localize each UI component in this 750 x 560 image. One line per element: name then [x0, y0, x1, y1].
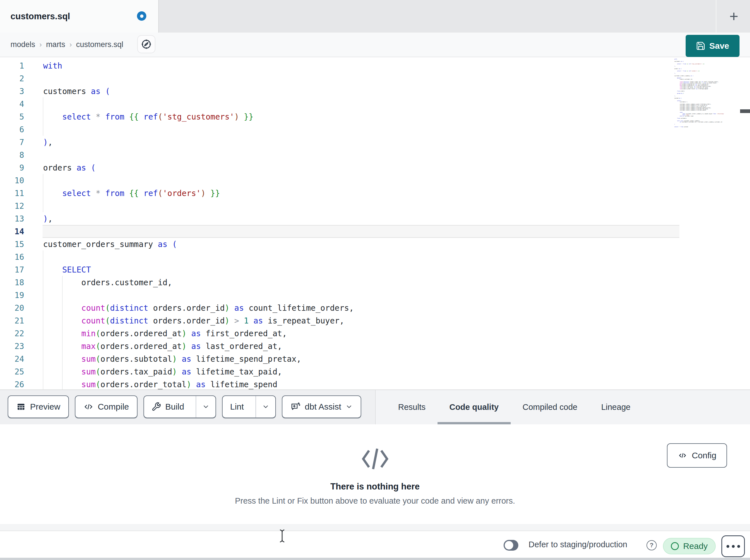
- code-line[interactable]: [43, 98, 354, 110]
- save-icon: [696, 41, 706, 51]
- breadcrumb: models › marts › customers.sql: [11, 33, 123, 57]
- editor-toolbar: Preview Compile Build: [8, 395, 361, 418]
- compass-button[interactable]: [137, 35, 155, 53]
- code-line[interactable]: select * from {{ ref('stg_customers') }}: [43, 110, 354, 123]
- code-line[interactable]: count(distinct orders.order_id) as count…: [43, 302, 354, 314]
- tab-lineage[interactable]: Lineage: [589, 390, 642, 424]
- ellipsis-icon: [732, 545, 735, 548]
- tab-compiled-code[interactable]: Compiled code: [511, 390, 589, 424]
- code-line[interactable]: max(orders.ordered_at) as last_ordered_a…: [43, 340, 354, 353]
- breadcrumb-item-file[interactable]: customers.sql: [76, 40, 123, 49]
- tab-code-quality[interactable]: Code quality: [437, 390, 511, 424]
- breadcrumb-item-models[interactable]: models: [11, 40, 35, 49]
- defer-toggle[interactable]: [504, 540, 518, 551]
- line-number: 14: [0, 225, 24, 238]
- code-line[interactable]: ),: [43, 212, 354, 225]
- line-number: 12: [0, 200, 24, 212]
- config-button-label: Config: [692, 451, 716, 460]
- line-number: 11: [0, 187, 24, 200]
- code-lines[interactable]: withcustomers as ( select * from {{ ref(…: [43, 60, 354, 390]
- code-line[interactable]: sum(orders.subtotal) as lifetime_spend_p…: [43, 353, 354, 366]
- code-brackets-icon: [359, 446, 391, 472]
- build-dropdown-button[interactable]: [196, 396, 216, 417]
- line-number: 13: [0, 212, 24, 225]
- line-number: 15: [0, 238, 24, 251]
- line-number: 20: [0, 302, 24, 314]
- scrollbar-thumb[interactable]: [740, 109, 750, 113]
- file-tab-title: customers.sql: [11, 11, 70, 22]
- line-number: 10: [0, 174, 24, 187]
- line-number: 22: [0, 327, 24, 340]
- code-line[interactable]: select * from {{ ref('orders') }}: [43, 187, 354, 200]
- line-number: 23: [0, 340, 24, 353]
- code-line[interactable]: SELECT: [43, 264, 354, 276]
- build-button[interactable]: Build: [144, 396, 192, 417]
- minimap[interactable]: withcustomers as ( select * from {{ ref(…: [674, 59, 740, 127]
- code-line[interactable]: [43, 72, 354, 85]
- code-line[interactable]: orders.customer_id,: [43, 276, 354, 289]
- breadcrumb-separator: ›: [70, 41, 72, 49]
- code-line[interactable]: [43, 200, 354, 212]
- defer-label: Defer to staging/production: [529, 531, 627, 558]
- build-button-label: Build: [165, 402, 184, 412]
- help-icon[interactable]: ?: [647, 540, 657, 551]
- chevron-down-icon: [202, 403, 210, 411]
- line-number: 3: [0, 85, 24, 98]
- chevron-down-icon: [346, 403, 353, 411]
- chevron-down-icon: [262, 403, 269, 411]
- code-editor[interactable]: 1234567891011121314151617181920212223242…: [0, 57, 750, 390]
- code-line[interactable]: with: [43, 60, 354, 72]
- line-number: 6: [0, 123, 24, 136]
- status-bar: Defer to staging/production ? Ready: [0, 531, 750, 558]
- preview-button[interactable]: Preview: [8, 395, 69, 418]
- tabbar-divider: [716, 0, 716, 33]
- new-tab-button[interactable]: +: [724, 6, 744, 27]
- code-line[interactable]: [43, 123, 354, 136]
- code-quality-panel: There is nothing here Press the Lint or …: [0, 424, 750, 524]
- line-number: 26: [0, 378, 24, 390]
- line-number: 17: [0, 264, 24, 276]
- line-number: 21: [0, 314, 24, 327]
- code-line[interactable]: ),: [43, 136, 354, 149]
- overflow-menu-button[interactable]: [722, 535, 745, 557]
- code-line[interactable]: customers as (: [43, 85, 354, 98]
- breadcrumb-separator: ›: [39, 41, 42, 49]
- breadcrumb-item-marts[interactable]: marts: [46, 40, 65, 49]
- text-cursor: [278, 528, 286, 543]
- code-line[interactable]: [43, 174, 354, 187]
- code-line[interactable]: [43, 289, 354, 302]
- dbt-assist-button[interactable]: dbt Assist: [282, 395, 361, 418]
- toggle-knob: [505, 541, 513, 549]
- code-line[interactable]: [43, 225, 354, 238]
- code-line[interactable]: sum(orders.tax_paid) as lifetime_tax_pai…: [43, 366, 354, 378]
- lint-button[interactable]: Lint: [222, 396, 251, 417]
- code-line[interactable]: min(orders.ordered_at) as first_ordered_…: [43, 327, 354, 340]
- code-line[interactable]: [43, 251, 354, 264]
- code-line[interactable]: customer_orders_summary as (: [43, 238, 354, 251]
- empty-state-subtitle: Press the Lint or Fix button above to ev…: [235, 496, 515, 505]
- line-number: 2: [0, 72, 24, 85]
- line-numbers: 1234567891011121314151617181920212223242…: [0, 60, 24, 390]
- line-number: 8: [0, 149, 24, 162]
- code-line[interactable]: count(distinct orders.order_id) > 1 as i…: [43, 314, 354, 327]
- tab-results[interactable]: Results: [386, 390, 437, 424]
- lint-dropdown-button[interactable]: [256, 396, 275, 417]
- build-split-button: Build: [143, 395, 216, 418]
- code-line[interactable]: sum(orders.order_total) as lifetime_spen…: [43, 378, 354, 390]
- config-button[interactable]: Config: [667, 443, 727, 468]
- empty-state-title: There is nothing here: [330, 481, 420, 492]
- panel-scroll-track: [0, 524, 750, 531]
- save-button[interactable]: Save: [686, 35, 739, 57]
- empty-state: There is nothing here Press the Lint or …: [0, 424, 750, 505]
- compile-button[interactable]: Compile: [75, 395, 138, 418]
- line-number: 16: [0, 251, 24, 264]
- code-line[interactable]: [43, 149, 354, 162]
- dbt-assist-button-label: dbt Assist: [305, 402, 341, 412]
- ellipsis-icon: [737, 545, 740, 548]
- code-line[interactable]: orders as (: [43, 162, 354, 174]
- file-tab-customers-sql[interactable]: customers.sql: [0, 0, 159, 33]
- bottom-edge: [0, 558, 750, 560]
- code-icon: [83, 402, 94, 412]
- breadcrumb-row: models › marts › customers.sql Save: [0, 33, 750, 57]
- wrench-icon: [152, 402, 161, 412]
